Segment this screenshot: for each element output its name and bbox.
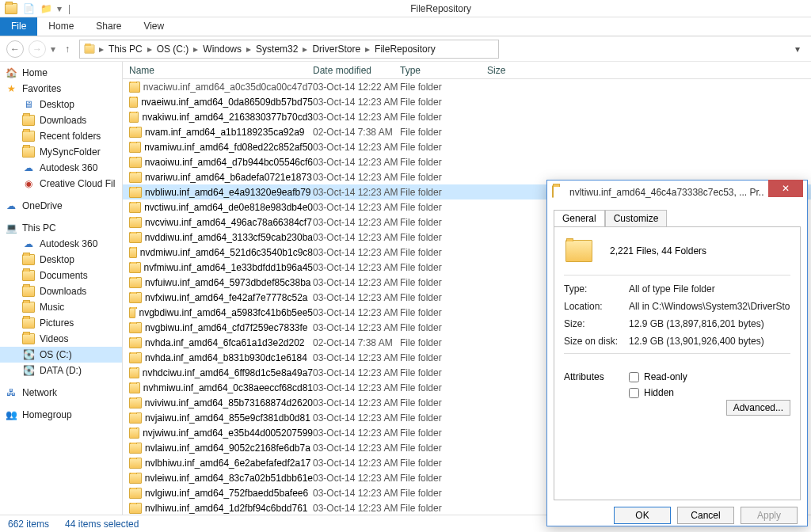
sidebar-item-homegroup[interactable]: 👥Homegroup xyxy=(0,407,122,423)
sidebar-item-autodesk[interactable]: ☁Autodesk 360 xyxy=(0,160,122,176)
advanced-button[interactable]: Advanced... xyxy=(726,400,790,416)
back-button[interactable]: ← xyxy=(6,40,24,58)
tab-share[interactable]: Share xyxy=(85,17,132,36)
status-selected-count: 44 items selected xyxy=(65,519,139,530)
chevron-right-icon[interactable]: ▸ xyxy=(146,44,154,55)
file-type: File folder xyxy=(400,443,487,454)
sidebar-item-data-d[interactable]: 💽DATA (D:) xyxy=(0,363,122,378)
address-dropdown-icon[interactable]: ▾ xyxy=(790,44,805,55)
chevron-right-icon[interactable]: ▸ xyxy=(192,44,200,55)
tab-customize[interactable]: Customize xyxy=(605,210,668,227)
table-row[interactable]: nvamiwu.inf_amd64_fd08ed22c852af5003-Oct… xyxy=(123,139,811,154)
file-type: File folder xyxy=(400,277,487,288)
column-name[interactable]: Name xyxy=(123,65,313,76)
tab-view[interactable]: View xyxy=(132,17,175,36)
file-date: 03-Oct-14 12:23 AM xyxy=(313,247,400,258)
file-folder-count: 2,221 Files, 44 Folders xyxy=(610,245,706,256)
file-date: 03-Oct-14 12:23 AM xyxy=(313,172,400,183)
breadcrumb-seg[interactable]: DriverStore xyxy=(310,44,362,55)
chevron-right-icon[interactable]: ▸ xyxy=(245,44,253,55)
column-type[interactable]: Type xyxy=(400,65,487,76)
sidebar-item-music[interactable]: Music xyxy=(0,299,122,315)
checkbox-input[interactable] xyxy=(629,388,639,398)
file-name: nvariwu.inf_amd64_b6adefa0721e1873 xyxy=(145,172,312,183)
attributes-label: Attributes xyxy=(564,371,629,403)
forward-button[interactable]: → xyxy=(29,40,46,58)
chevron-right-icon[interactable]: ▸ xyxy=(301,44,309,55)
history-dropdown-icon[interactable]: ▾ xyxy=(51,44,55,55)
sidebar-item-autodesk2[interactable]: ☁Autodesk 360 xyxy=(0,236,122,252)
folder-icon xyxy=(129,97,138,108)
tab-file[interactable]: File xyxy=(0,17,37,36)
ok-button[interactable]: OK xyxy=(614,507,671,524)
location-value: All in C:\Windows\System32\DriverStore\F… xyxy=(629,301,790,312)
dialog-buttons: OK Cancel Apply xyxy=(547,507,807,532)
column-size[interactable]: Size xyxy=(487,65,535,76)
sidebar-item-documents[interactable]: Documents xyxy=(0,268,122,283)
breadcrumb-seg[interactable]: OS (C:) xyxy=(155,44,191,55)
type-label: Type: xyxy=(564,283,629,294)
sidebar-item-recent[interactable]: Recent folders xyxy=(0,128,122,144)
apply-button[interactable]: Apply xyxy=(741,507,798,524)
up-button[interactable]: ↑ xyxy=(60,44,74,55)
desktop-icon: 🖥 xyxy=(22,98,35,111)
sidebar-item-network[interactable]: 🖧Network xyxy=(0,385,122,401)
cloud-icon: ☁ xyxy=(22,162,35,174)
column-date[interactable]: Date modified xyxy=(313,65,400,76)
sidebar-item-videos[interactable]: Videos xyxy=(0,331,122,347)
file-type: File folder xyxy=(400,142,487,153)
breadcrumb-seg[interactable]: Windows xyxy=(201,44,243,55)
tab-home[interactable]: Home xyxy=(37,17,85,36)
table-row[interactable]: nvaeiwu.inf_amd64_0da86509db57bd7503-Oct… xyxy=(123,94,811,109)
sidebar-item-desktop2[interactable]: Desktop xyxy=(0,252,122,268)
sidebar-item-pictures[interactable]: Pictures xyxy=(0,315,122,331)
folder-icon xyxy=(129,307,135,318)
table-row[interactable]: nvaciwu.inf_amd64_a0c35d0ca00c47d703-Oct… xyxy=(123,79,811,94)
hidden-checkbox[interactable]: Hidden xyxy=(629,387,790,398)
breadcrumb-seg[interactable]: FileRepository xyxy=(373,44,437,55)
sidebar-item-downloads2[interactable]: Downloads xyxy=(0,283,122,299)
dialog-title-bar[interactable]: nvltiwu.inf_amd64_46c4a73338c7ec53, ... … xyxy=(547,180,807,204)
file-name: nvleiwu.inf_amd64_83c7a02b51dbb61e xyxy=(145,473,313,484)
sidebar-item-downloads[interactable]: Downloads xyxy=(0,112,122,128)
properties-icon[interactable]: 📄 xyxy=(22,2,35,15)
file-type: File folder xyxy=(400,412,487,424)
qat-dropdown-icon[interactable]: ▾ xyxy=(57,3,62,14)
sidebar-item-cc[interactable]: ◉Creative Cloud Fil xyxy=(0,176,122,192)
sidebar-item-thispc[interactable]: 💻This PC xyxy=(0,220,122,236)
file-name: nvlgiwu.inf_amd64_752fbaedd5bafee6 xyxy=(145,488,308,499)
readonly-checkbox[interactable]: Read-only xyxy=(629,371,790,382)
file-date: 03-Oct-14 12:22 AM xyxy=(313,82,400,93)
title-bar: 📄 📁 ▾ | FileRepository xyxy=(0,0,811,17)
checkbox-input[interactable] xyxy=(629,372,639,382)
breadcrumb-seg[interactable]: System32 xyxy=(254,44,299,55)
new-folder-icon[interactable]: 📁 xyxy=(40,2,52,15)
table-row[interactable]: nvam.inf_amd64_a1b1189235ca92a902-Oct-14… xyxy=(123,124,811,139)
cancel-button[interactable]: Cancel xyxy=(677,507,734,524)
nav-bar: ← → ▾ ↑ ▸ This PC ▸ OS (C:) ▸ Windows ▸ … xyxy=(0,36,811,62)
folder-icon xyxy=(22,269,35,282)
folder-icon xyxy=(129,232,142,243)
file-type: File folder xyxy=(400,82,487,93)
table-row[interactable]: nvakiwu.inf_amd64_2163830377b70cd303-Oct… xyxy=(123,109,811,124)
sidebar-item-os-c[interactable]: 💽OS (C:) xyxy=(0,347,122,363)
file-type: File folder xyxy=(400,367,487,378)
sidebar-item-favorites[interactable]: ★Favorites xyxy=(0,81,122,97)
address-bar[interactable]: ▸ This PC ▸ OS (C:) ▸ Windows ▸ System32… xyxy=(79,40,499,59)
drive-icon: 💽 xyxy=(22,348,35,361)
breadcrumb-seg[interactable]: This PC xyxy=(107,44,144,55)
sidebar-item-desktop[interactable]: 🖥Desktop xyxy=(0,97,122,112)
file-date: 03-Oct-14 12:23 AM xyxy=(313,473,400,484)
table-row[interactable]: nvaoiwu.inf_amd64_d7b944bc05546cf603-Oct… xyxy=(123,154,811,169)
sidebar-item-home[interactable]: 🏠Home xyxy=(0,65,122,81)
chevron-right-icon[interactable]: ▸ xyxy=(364,44,371,55)
sidebar-item-mysync[interactable]: MySyncFolder xyxy=(0,144,122,160)
file-date: 03-Oct-14 12:23 AM xyxy=(313,292,400,303)
close-button[interactable]: ✕ xyxy=(768,180,803,197)
chevron-right-icon[interactable]: ▸ xyxy=(97,44,105,55)
type-value: All of type File folder xyxy=(629,283,790,294)
tab-general[interactable]: General xyxy=(554,210,605,227)
file-type: File folder xyxy=(400,307,487,318)
folder-icon xyxy=(129,262,141,273)
sidebar-item-onedrive[interactable]: ☁OneDrive xyxy=(0,198,122,214)
